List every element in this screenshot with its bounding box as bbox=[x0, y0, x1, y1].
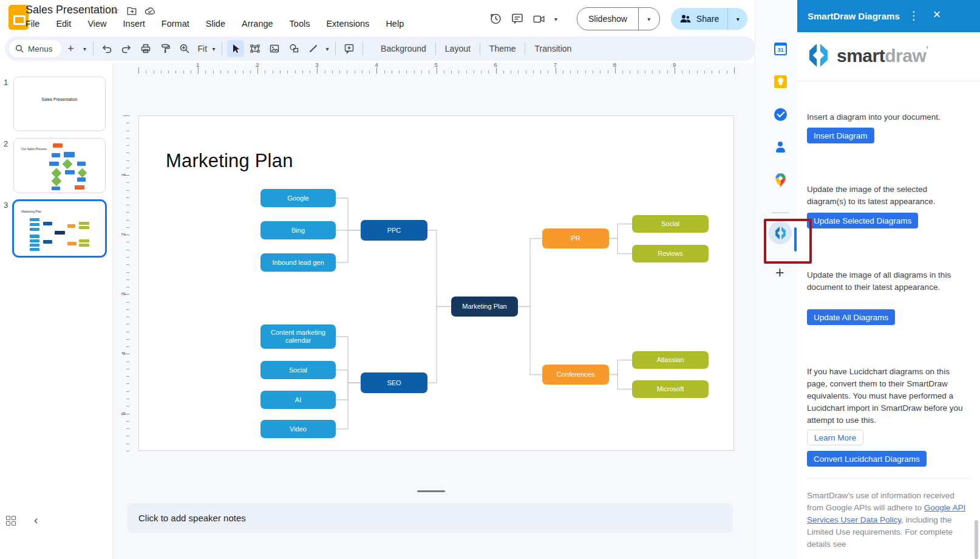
maps-icon[interactable] bbox=[775, 173, 788, 186]
toolbar-chip-background[interactable]: Background bbox=[372, 44, 435, 53]
slide-number: 2 bbox=[4, 139, 8, 148]
diagram-node-seo[interactable]: SEO bbox=[361, 372, 427, 393]
menu-help[interactable]: Help bbox=[386, 19, 404, 29]
convert-lucidchart-button[interactable]: Convert Lucidchart Diagrams bbox=[807, 451, 927, 467]
diagram-node-ppc[interactable]: PPC bbox=[361, 220, 427, 241]
insert-shape-button[interactable] bbox=[285, 40, 302, 57]
comments-icon[interactable] bbox=[511, 12, 524, 26]
update-selected-diagrams-button[interactable]: Update Selected Diagrams bbox=[807, 213, 918, 228]
keep-icon[interactable] bbox=[774, 75, 787, 88]
thumbnail-title: Marketing Plan bbox=[21, 210, 41, 213]
calendar-icon[interactable]: 31 bbox=[774, 43, 787, 55]
menu-tools[interactable]: Tools bbox=[290, 19, 310, 29]
panel-close-icon[interactable]: × bbox=[930, 7, 944, 22]
share-button[interactable]: Share bbox=[671, 8, 727, 30]
version-history-icon[interactable] bbox=[489, 12, 502, 26]
diagram-node-pr[interactable]: PR bbox=[542, 228, 609, 249]
slide-thumbnail-2[interactable]: Our Sales Process bbox=[13, 138, 106, 193]
move-folder-icon[interactable] bbox=[126, 5, 137, 16]
tasks-icon[interactable] bbox=[774, 108, 787, 121]
thumbnail-shape bbox=[30, 223, 39, 226]
diagram-node-ai[interactable]: AI bbox=[260, 391, 336, 409]
diagram-node-atlassian[interactable]: Atlassian bbox=[632, 351, 709, 369]
annotation-highlight-box bbox=[764, 219, 812, 264]
diagram-node-mp[interactable]: Marketing Plan bbox=[451, 297, 518, 317]
update-all-diagrams-button[interactable]: Update All Diagrams bbox=[807, 309, 895, 325]
thumbnail-shape bbox=[52, 187, 60, 190]
speaker-notes-input[interactable]: Click to add speaker notes bbox=[128, 503, 733, 533]
toolbar-chip-theme[interactable]: Theme bbox=[480, 44, 525, 53]
panel-divider bbox=[807, 478, 971, 479]
slide-thumbnail-1[interactable]: Sales Presentation bbox=[13, 77, 106, 131]
learn-more-button[interactable]: Learn More bbox=[807, 430, 863, 445]
diagram-node-reviews[interactable]: Reviews bbox=[632, 245, 709, 262]
diagram-node-inbound[interactable]: Inbound lead gen bbox=[260, 253, 336, 272]
slide[interactable]: Marketing Plan GoogleBingInbound lead ge… bbox=[138, 115, 734, 451]
document-title[interactable]: Sales Presentation bbox=[26, 4, 117, 16]
thumbnail-shape bbox=[79, 244, 89, 247]
diagram-node-social_l[interactable]: Social bbox=[260, 361, 336, 379]
diagram-node-google[interactable]: Google bbox=[260, 189, 336, 207]
slideshow-dropdown-button[interactable]: ▾ bbox=[638, 8, 659, 30]
insert-comment-button[interactable] bbox=[341, 40, 358, 57]
menu-edit[interactable]: Edit bbox=[56, 19, 71, 29]
diagram-node-cmc[interactable]: Content marketing calendar bbox=[260, 324, 336, 349]
select-tool-button[interactable] bbox=[227, 40, 244, 57]
smartdraw-wordmark: smartdraw' bbox=[837, 45, 928, 66]
insert-description: Insert a diagram into your document. bbox=[807, 111, 966, 123]
panel-menu-kebab-icon[interactable]: ⋮ bbox=[907, 9, 921, 22]
diagram-node-social_r[interactable]: Social bbox=[632, 215, 709, 233]
add-addon-button[interactable]: + bbox=[775, 264, 784, 281]
menu-format[interactable]: Format bbox=[162, 19, 189, 29]
menu-view[interactable]: View bbox=[87, 19, 106, 29]
toolbar-chip-transition[interactable]: Transition bbox=[525, 44, 580, 53]
thumbnail-shape bbox=[79, 222, 89, 225]
share-dropdown-button[interactable]: ▾ bbox=[727, 8, 747, 30]
insert-line-button[interactable] bbox=[305, 40, 322, 57]
line-caret-icon[interactable]: ▾ bbox=[323, 46, 332, 52]
print-button[interactable] bbox=[137, 40, 154, 57]
menu-insert[interactable]: Insert bbox=[123, 19, 145, 29]
menu-extensions[interactable]: Extensions bbox=[326, 19, 369, 29]
thumbnail-shape bbox=[30, 239, 39, 242]
thumbnail-shape bbox=[64, 152, 75, 157]
text-box-tool-button[interactable] bbox=[247, 40, 264, 57]
thumbnail-shape bbox=[67, 242, 77, 245]
thumbnail-shape bbox=[77, 162, 86, 166]
thumbnail-shape bbox=[43, 240, 52, 244]
diagram-node-conf[interactable]: Conferences bbox=[542, 365, 609, 385]
slide-filmstrip: 1 Sales Presentation 2 Our Sales Process… bbox=[0, 63, 112, 559]
diagram-node-microsoft[interactable]: Microsoft bbox=[632, 380, 709, 398]
undo-button[interactable] bbox=[98, 40, 115, 57]
diagram-node-bing[interactable]: Bing bbox=[260, 221, 336, 239]
insert-image-button[interactable] bbox=[266, 40, 283, 57]
cloud-status-icon[interactable] bbox=[144, 5, 156, 16]
insert-diagram-button[interactable]: Insert Diagram bbox=[807, 128, 874, 143]
zoom-caret-icon[interactable]: ▾ bbox=[209, 46, 218, 52]
paint-format-button[interactable] bbox=[157, 40, 174, 57]
toolbar-chip-layout[interactable]: Layout bbox=[436, 44, 480, 53]
menu-slide[interactable]: Slide bbox=[206, 19, 225, 29]
new-slide-button[interactable]: + bbox=[63, 40, 80, 57]
update-all-description: Update the image of all diagrams in this… bbox=[807, 269, 966, 293]
camera-dropdown-caret-icon[interactable]: ▾ bbox=[554, 16, 557, 22]
diagram-node-video[interactable]: Video bbox=[260, 420, 336, 438]
grid-view-button[interactable] bbox=[6, 516, 17, 527]
new-slide-caret-icon[interactable]: ▾ bbox=[81, 46, 89, 52]
menu-arrange[interactable]: Arrange bbox=[242, 19, 273, 29]
notes-resize-handle[interactable] bbox=[417, 490, 445, 492]
collapse-filmstrip-icon[interactable]: ‹ bbox=[34, 513, 38, 527]
zoom-button[interactable] bbox=[176, 40, 193, 57]
toolbar-chips: BackgroundLayoutThemeTransition bbox=[372, 43, 580, 55]
slide-thumbnail-3-selected[interactable]: Marketing Plan bbox=[12, 199, 107, 258]
meet-camera-icon[interactable] bbox=[533, 12, 546, 26]
slideshow-button[interactable]: Slideshow bbox=[577, 8, 638, 30]
contacts-icon[interactable] bbox=[774, 141, 787, 154]
panel-scrollbar[interactable] bbox=[975, 520, 978, 559]
redo-button[interactable] bbox=[118, 40, 135, 57]
menu-file[interactable]: File bbox=[26, 19, 39, 29]
menus-search-button[interactable]: Menus bbox=[9, 40, 61, 57]
zoom-mode-select[interactable]: Fit bbox=[198, 44, 208, 53]
thumbnail-shape bbox=[55, 231, 65, 235]
star-icon[interactable]: ☆ bbox=[111, 5, 120, 17]
